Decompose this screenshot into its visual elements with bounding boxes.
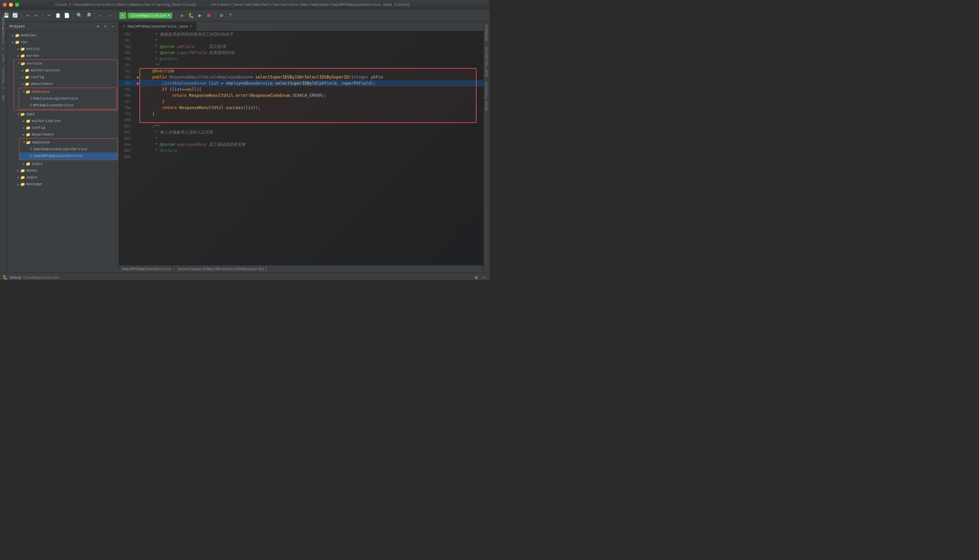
- arrow-department: ▶: [21, 82, 25, 86]
- class-icon-ImplRPCEmployeeService: C: [30, 154, 32, 158]
- stop-button[interactable]: ⏹: [205, 12, 213, 20]
- project-more-button[interactable]: ⋯: [110, 23, 116, 30]
- tree-item-impl-authorization[interactable]: ▶ 📁 authorization: [7, 118, 118, 124]
- folder-icon-employee: 📂: [26, 90, 31, 94]
- tree-label-server: server: [26, 54, 40, 58]
- project-title: Project: [10, 25, 25, 28]
- tree-item-login-impl[interactable]: ▶ 📁 login: [7, 160, 118, 167]
- arrow-login: ▶: [16, 176, 20, 179]
- main-layout: 1: Project 2: Structure Learn 2: Favorit…: [0, 22, 489, 273]
- maven-button[interactable]: ⚙: [217, 12, 225, 20]
- code-line-792: 792 @Override: [119, 68, 484, 74]
- tree-item-department[interactable]: ▶ 📁 department: [14, 80, 118, 87]
- arrow-impl-config: ▶: [22, 126, 26, 130]
- minimize-button[interactable]: [9, 3, 13, 7]
- help-button[interactable]: ?: [226, 12, 234, 20]
- tree-item-impl-config[interactable]: ▶ 📁 config: [7, 124, 118, 131]
- titlebar: cloud [~/Documents/project/idea/company/…: [0, 0, 489, 10]
- tree-item-impl[interactable]: ▼ 📂 impl: [7, 111, 118, 118]
- tab-close-button[interactable]: ×: [190, 25, 192, 28]
- tree-label-EmployeeLoginService: EmployeeLoginService: [33, 97, 78, 101]
- tree-item-EmployeeLoginService[interactable]: I EmployeeLoginService: [19, 95, 117, 102]
- debug-header-controls: ⚙ −: [473, 275, 487, 280]
- folder-icon-impl: 📂: [20, 112, 25, 117]
- run-config-button[interactable]: CloudApplication ▼: [127, 13, 172, 19]
- copy-button[interactable]: 📋: [54, 12, 62, 20]
- tree-item-config[interactable]: ▶ 📁 config: [14, 74, 118, 80]
- debug-button[interactable]: 🐛: [187, 12, 195, 20]
- maven-projects-tab[interactable]: Maven Projects: [484, 80, 489, 113]
- tree-item-message[interactable]: ▶ 📁 message: [7, 181, 118, 188]
- right-panels: Database Bean Validation Maven Projects: [484, 22, 489, 273]
- tree-item-ImplRPCEmployeeService[interactable]: C ImplRPCEmployeeService: [19, 153, 118, 159]
- code-line-801: 801 /**: [119, 123, 484, 129]
- tree-label-ImplEmployeeLoginService: ImplEmployeeLoginService: [33, 147, 87, 151]
- project-expand-button[interactable]: ≡: [102, 23, 108, 30]
- tree-item-modules[interactable]: ▶ 📁 modules: [7, 32, 118, 39]
- maximize-button[interactable]: [15, 3, 19, 7]
- toolbar-separator-1: [21, 12, 22, 19]
- code-line-788: 788 * @param pkField 员工的ID: [119, 43, 484, 50]
- back-button[interactable]: ←: [97, 12, 105, 20]
- project-tree: ▶ 📁 modules ▶ 📁 rpc ▶ 📁 entity: [7, 31, 118, 273]
- debug-close-button[interactable]: −: [481, 275, 487, 280]
- arrow-message: ▶: [16, 182, 20, 186]
- folder-icon-impl-department: 📁: [26, 133, 31, 137]
- impl-employee-outlined-box: ▼ 📂 employee C ImplEmployeeLoginService …: [19, 138, 118, 160]
- tree-label-impl-department: department: [32, 133, 54, 137]
- paste-button[interactable]: 📄: [63, 12, 71, 20]
- arrow-authorization: ▶: [21, 68, 25, 72]
- debug-icon: 🐛: [3, 275, 8, 280]
- project-settings-button[interactable]: ⚙: [95, 23, 101, 30]
- structure-icon[interactable]: 2: Structure: [1, 36, 6, 42]
- find2-button[interactable]: 🔎: [84, 12, 92, 20]
- code-line-795: 795 if (list==null){: [119, 86, 484, 92]
- tree-item-server[interactable]: ▶ 📁 server: [7, 52, 118, 59]
- close-button[interactable]: [3, 3, 7, 7]
- tree-item-employee[interactable]: ▼ 📂 employee: [19, 88, 117, 95]
- interface-icon-RPCEmployeeService: I: [30, 103, 32, 107]
- undo-button[interactable]: ↩: [23, 12, 32, 20]
- arrow-impl: ▼: [16, 112, 20, 116]
- database-tab[interactable]: Database: [484, 22, 489, 43]
- tree-item-service[interactable]: ▼ 📂 service: [14, 60, 118, 67]
- tree-item-impl-department[interactable]: ▶ 📁 department: [7, 131, 118, 138]
- folder-icon-impl-employee: 📂: [26, 140, 31, 145]
- debug-settings-button[interactable]: ⚙: [473, 275, 479, 280]
- tree-item-ImplEmployeeLoginService[interactable]: C ImplEmployeeLoginService: [19, 146, 118, 153]
- project-panel: Project ⚙ ≡ ⋯ ▶ 📁 modules ▶ 📁 rpc: [7, 22, 119, 273]
- tab-ImplRPCEmployeeService[interactable]: C ImplRPCEmployeeService.java ×: [119, 22, 196, 31]
- favorites-icon[interactable]: 2: Favorites: [1, 75, 6, 81]
- code-line-803: 803 *: [119, 135, 484, 142]
- tree-item-money[interactable]: ▶ 📁 money: [7, 167, 118, 174]
- toolbar-separator-4: [94, 12, 95, 19]
- sync-button[interactable]: 🔄: [11, 12, 19, 20]
- cut-button[interactable]: ✂: [45, 12, 53, 20]
- run-with-coverage-button[interactable]: ▶: [196, 12, 204, 20]
- tree-item-rpc[interactable]: ▶ 📁 rpc: [7, 39, 118, 45]
- forward-button[interactable]: →: [105, 12, 113, 20]
- find-button[interactable]: 🔍: [75, 12, 83, 20]
- run-button[interactable]: ▶: [178, 12, 186, 20]
- window-controls[interactable]: [3, 3, 19, 7]
- debug-header: 🐛 Debug CloudApplication ⚙ −: [0, 273, 489, 280]
- project-header: Project ⚙ ≡ ⋯: [7, 22, 118, 31]
- tree-item-login[interactable]: ▶ 📁 login: [7, 174, 118, 181]
- arrow-impl-authorization: ▶: [22, 119, 26, 123]
- tree-item-RPCEmployeeService[interactable]: I RPCEmployeeService: [19, 102, 117, 109]
- tree-item-impl-employee[interactable]: ▼ 📂 employee: [19, 139, 118, 146]
- learn-icon[interactable]: Learn: [1, 56, 6, 61]
- arrow-impl-department: ▶: [22, 133, 26, 137]
- debug-title: Debug: [10, 276, 21, 280]
- tree-item-authorization[interactable]: ▶ 📁 authorization: [14, 67, 118, 74]
- code-line-789: 789 * @param superPkField 直系领导的ID: [119, 50, 484, 56]
- tab-label: ImplRPCEmployeeService.java: [127, 25, 188, 28]
- code-editor[interactable]: 786 * 根据直系领导的ID查询员工的IDS和名字 787 * 788 * @…: [119, 31, 484, 265]
- tree-label-impl: impl: [26, 112, 35, 116]
- tree-item-entity[interactable]: ▶ 📁 entity: [7, 45, 118, 52]
- web-icon[interactable]: Web: [1, 95, 6, 101]
- redo-button[interactable]: ↪: [32, 12, 40, 20]
- folder-icon-entity: 📁: [20, 47, 25, 51]
- bean-validation-tab[interactable]: Bean Validation: [484, 43, 489, 80]
- debug-app-name: CloudApplication: [23, 276, 59, 280]
